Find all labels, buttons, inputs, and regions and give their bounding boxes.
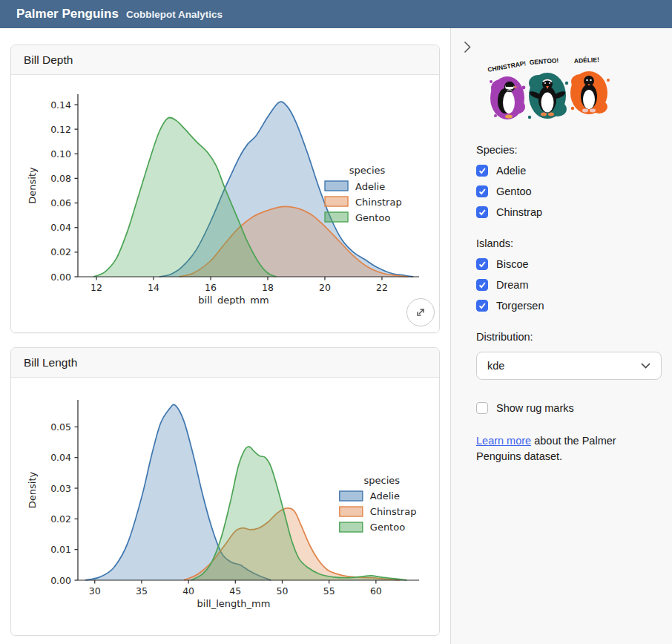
torgersen-checkbox[interactable] xyxy=(476,300,488,312)
gentoo-checkbox-label: Gentoo xyxy=(496,185,532,197)
svg-text:40: 40 xyxy=(182,585,194,597)
svg-text:species: species xyxy=(349,165,386,176)
svg-text:14: 14 xyxy=(148,282,159,293)
rug-checkbox[interactable] xyxy=(476,402,488,414)
expand-fullscreen-button[interactable] xyxy=(406,298,435,326)
svg-text:0.05: 0.05 xyxy=(50,421,71,433)
dream-checkbox-label: Dream xyxy=(496,279,529,291)
dream-checkbox[interactable] xyxy=(476,279,488,291)
sidebar-collapse-toggle[interactable] xyxy=(459,39,475,55)
svg-text:0.03: 0.03 xyxy=(50,483,71,494)
svg-text:60: 60 xyxy=(370,585,382,597)
svg-text:Density: Density xyxy=(27,471,38,508)
learn-more-link[interactable]: Learn more xyxy=(476,435,531,447)
penguin-species-artwork: CHINSTRAP! GENTOO! ADÉLIE! xyxy=(481,53,618,128)
check-icon xyxy=(478,260,487,269)
bill-length-card: Bill Length 303540455055600.000.010.020.… xyxy=(10,347,440,636)
rug-checkbox-label: Show rug marks xyxy=(496,402,574,414)
chinstrap-splash xyxy=(490,76,525,119)
adelie-art-label: ADÉLIE! xyxy=(574,56,600,65)
check-icon xyxy=(478,280,487,289)
checkbox-row-dream[interactable]: Dream xyxy=(476,279,662,291)
check-icon xyxy=(478,166,487,175)
svg-text:55: 55 xyxy=(323,585,335,597)
expand-icon xyxy=(413,305,428,320)
svg-text:0.10: 0.10 xyxy=(50,148,71,160)
svg-text:0.00: 0.00 xyxy=(50,575,71,586)
svg-text:0.02: 0.02 xyxy=(50,513,71,525)
svg-text:0.04: 0.04 xyxy=(50,222,71,233)
check-icon xyxy=(478,208,487,217)
chinstrap-art-label: CHINSTRAP! xyxy=(487,59,527,73)
chinstrap-checkbox-label: Chinstrap xyxy=(496,206,542,218)
svg-text:bill_depth_mm: bill_depth_mm xyxy=(198,295,269,305)
svg-text:species: species xyxy=(364,475,401,486)
distribution-selected-value: kde xyxy=(487,360,504,372)
bill-depth-card-header: Bill Depth xyxy=(11,45,439,75)
bill-depth-chart: 1214161820220.000.020.040.060.080.100.12… xyxy=(11,75,439,305)
svg-text:0.02: 0.02 xyxy=(50,246,71,257)
svg-text:0.08: 0.08 xyxy=(50,173,71,184)
chevron-down-icon xyxy=(641,363,650,369)
species-group-label: Species: xyxy=(476,144,662,156)
svg-text:Chinstrap: Chinstrap xyxy=(355,197,402,208)
bill-depth-card-title: Bill Depth xyxy=(24,53,73,67)
biscoe-checkbox-label: Biscoe xyxy=(496,258,529,270)
adelie-checkbox-label: Adelie xyxy=(496,165,526,177)
svg-text:0.14: 0.14 xyxy=(50,99,71,111)
svg-text:Gentoo: Gentoo xyxy=(370,522,405,533)
adelie-checkbox[interactable] xyxy=(476,165,488,177)
bill-length-card-header: Bill Length xyxy=(11,348,439,378)
svg-text:0.01: 0.01 xyxy=(50,544,71,555)
svg-text:16: 16 xyxy=(205,282,217,293)
svg-text:18: 18 xyxy=(262,282,274,293)
app-header: Palmer Penguins Cobblepot Analytics xyxy=(0,0,672,28)
about-text: Learn more about the Palmer Penguins dat… xyxy=(476,433,650,464)
checkbox-row-chinstrap[interactable]: Chinstrap xyxy=(476,206,662,218)
svg-text:Gentoo: Gentoo xyxy=(355,212,390,223)
svg-text:22: 22 xyxy=(376,282,388,293)
chinstrap-checkbox[interactable] xyxy=(476,206,488,218)
check-icon xyxy=(478,187,487,196)
bill-depth-card: Bill Depth 1214161820220.000.020.040.060… xyxy=(10,45,440,333)
gentoo-art-label: GENTOO! xyxy=(529,56,559,66)
main-content: Bill Depth 1214161820220.000.020.040.060… xyxy=(0,28,450,644)
svg-text:30: 30 xyxy=(89,585,101,597)
distribution-select[interactable]: kde xyxy=(476,352,662,380)
chevron-right-icon xyxy=(464,41,471,53)
adelie-splash xyxy=(570,71,610,114)
app-subtitle: Cobblepot Analytics xyxy=(126,9,223,20)
svg-text:50: 50 xyxy=(277,585,289,597)
bill-length-card-title: Bill Length xyxy=(24,356,77,369)
svg-text:20: 20 xyxy=(319,282,331,293)
svg-text:Density: Density xyxy=(27,167,38,204)
svg-text:0.04: 0.04 xyxy=(50,452,71,463)
checkbox-row-torgersen[interactable]: Torgersen xyxy=(476,300,662,312)
sidebar: CHINSTRAP! GENTOO! ADÉLIE! Species: Adel… xyxy=(450,28,672,644)
svg-text:12: 12 xyxy=(90,282,102,293)
svg-text:0.12: 0.12 xyxy=(50,124,71,135)
biscoe-checkbox[interactable] xyxy=(476,258,488,270)
distribution-label: Distribution: xyxy=(476,331,662,343)
svg-text:Adelie: Adelie xyxy=(370,490,400,502)
svg-text:35: 35 xyxy=(136,585,148,597)
svg-text:0.06: 0.06 xyxy=(50,197,71,208)
gentoo-checkbox[interactable] xyxy=(476,185,488,197)
gentoo-splash xyxy=(528,73,568,119)
svg-text:45: 45 xyxy=(229,585,241,597)
svg-text:0.00: 0.00 xyxy=(50,272,71,283)
islands-group-label: Islands: xyxy=(476,237,662,249)
checkbox-row-biscoe[interactable]: Biscoe xyxy=(476,258,662,270)
app-title: Palmer Penguins xyxy=(16,7,119,22)
check-icon xyxy=(478,301,487,310)
checkbox-row-adelie[interactable]: Adelie xyxy=(476,165,662,177)
svg-text:Adelie: Adelie xyxy=(355,181,385,192)
bill-length-chart: 303540455055600.000.010.020.030.040.05bi… xyxy=(11,378,439,609)
torgersen-checkbox-label: Torgersen xyxy=(496,300,544,312)
checkbox-row-gentoo[interactable]: Gentoo xyxy=(476,185,662,197)
svg-text:Chinstrap: Chinstrap xyxy=(370,506,417,517)
checkbox-row-rug[interactable]: Show rug marks xyxy=(476,402,662,414)
svg-text:bill_length_mm: bill_length_mm xyxy=(197,598,271,609)
